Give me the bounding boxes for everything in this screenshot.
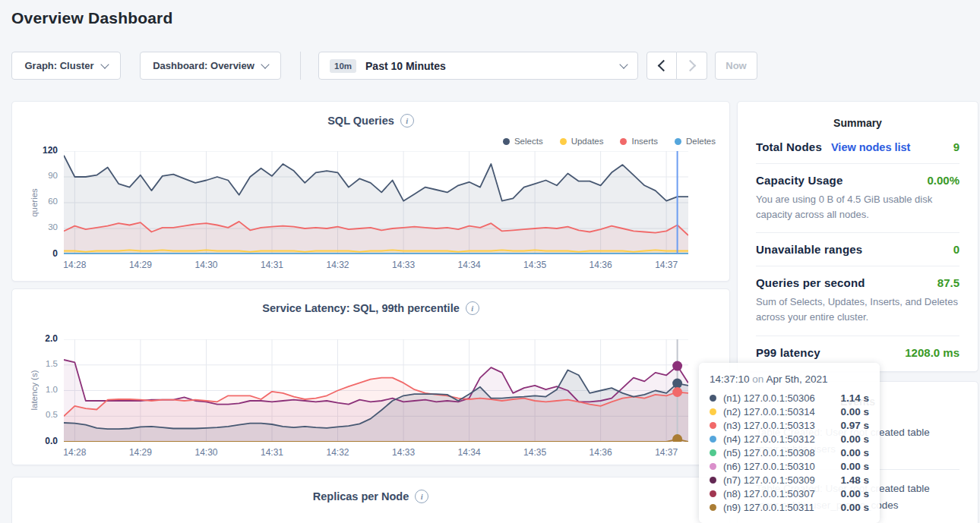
tooltip-node-label: (n5) 127.0.0.1:50308 [723, 447, 815, 458]
tooltip-header: 14:37:10 on Apr 5th, 2021 [710, 373, 869, 385]
x-axis-tick: 14:36 [583, 260, 619, 270]
tooltip-date: Apr 5th, 2021 [766, 373, 827, 385]
summary-value: 1208.0 ms [905, 346, 959, 359]
y-axis-tick: 0.5 [21, 410, 58, 419]
overview-dashboard-page: { "page_title": "Overview Dashboard", "t… [0, 0, 980, 523]
series-dot [710, 490, 716, 497]
summary-row-total-nodes: Total Nodes View nodes list 9 [756, 131, 959, 163]
tooltip-value: 1.48 s [840, 474, 869, 486]
x-axis-tick: 14:32 [320, 447, 356, 458]
x-axis-tick: 14:37 [648, 260, 684, 270]
x-axis-tick: 14:35 [517, 447, 553, 458]
page-title: Overview Dashboard [11, 9, 173, 27]
legend-dot [560, 138, 567, 145]
summary-value: 9 [953, 140, 959, 153]
chevron-right-icon [684, 60, 697, 72]
tooltip-row: (n1) 127.0.0.1:503061.14 s [710, 391, 869, 405]
series-dot [710, 477, 716, 484]
legend: SelectsUpdatesInsertsDeletes [503, 137, 716, 146]
x-axis-tick: 14:32 [320, 260, 356, 270]
summary-value: 87.5 [937, 276, 959, 289]
series-dot [710, 463, 716, 470]
sql-queries-chart[interactable] [64, 151, 688, 254]
tooltip-node-label: (n7) 127.0.0.1:50309 [723, 474, 815, 486]
time-range-badge: 10m [330, 59, 356, 73]
prev-time-button[interactable] [646, 52, 677, 80]
tooltip-row: (n5) 127.0.0.1:503080.00 s [710, 446, 869, 459]
y-axis-tick: 30 [21, 222, 58, 232]
series-dot [710, 504, 716, 511]
tooltip-value: 1.14 s [840, 392, 869, 404]
y-axis-tick: 120 [21, 145, 58, 156]
legend-item-inserts[interactable]: Inserts [620, 137, 658, 146]
x-axis-tick: 14:33 [385, 447, 422, 458]
tooltip-node-label: (n9) 127.0.0.1:50311 [723, 502, 814, 513]
info-icon[interactable]: i [400, 114, 414, 128]
tooltip-value: 0.00 s [840, 406, 869, 417]
tooltip-rows: (n1) 127.0.0.1:503061.14 s(n2) 127.0.0.1… [710, 391, 869, 514]
info-icon[interactable]: i [466, 301, 479, 315]
legend-item-selects[interactable]: Selects [503, 137, 543, 146]
chart-title: Service Latency: SQL, 99th percentile i [12, 301, 729, 315]
chart-title: Replicas per Node i [12, 490, 729, 503]
graph-dropdown-label: Graph: Cluster [24, 60, 93, 71]
legend-label: Selects [514, 137, 543, 146]
summary-description: You are using 0 B of 4.5 GiB usable disk… [756, 192, 959, 222]
legend-label: Inserts [631, 137, 658, 146]
chevron-down-icon [100, 60, 109, 68]
summary-label: P99 latency [756, 346, 820, 359]
x-axis-tick: 14:33 [385, 260, 422, 270]
tooltip-value: 0.00 s [840, 447, 869, 458]
tooltip-value: 0.00 s [840, 502, 869, 513]
summary-title: Summary [756, 117, 959, 129]
tooltip-row: (n4) 127.0.0.1:503120.00 s [710, 432, 869, 446]
x-axis-tick: 14:31 [254, 260, 290, 270]
x-axis-tick: 14:28 [56, 260, 93, 270]
time-step-buttons [646, 52, 707, 80]
summary-row-qps: Queries per second 87.5 Sum of Selects, … [756, 266, 959, 335]
x-axis-tick: 14:34 [451, 260, 488, 270]
view-nodes-link[interactable]: View nodes list [831, 141, 911, 153]
summary-label: Total Nodes [756, 140, 822, 153]
series-dot [710, 436, 716, 443]
x-axis-tick: 14:34 [451, 447, 488, 458]
dashboard-dropdown[interactable]: Dashboard: Overview [140, 52, 281, 80]
time-range-label: Past 10 Minutes [365, 60, 446, 72]
series-dot [710, 449, 716, 456]
now-button[interactable]: Now [715, 52, 757, 80]
replicas-per-node-panel: Replicas per Node i [11, 477, 730, 523]
x-axis-tick: 14:31 [254, 447, 290, 458]
legend-dot [503, 138, 510, 145]
summary-row-capacity: Capacity Usage 0.00% You are using 0 B o… [756, 163, 959, 232]
tooltip-node-label: (n2) 127.0.0.1:50314 [723, 406, 815, 417]
tooltip-node-label: (n1) 127.0.0.1:50306 [723, 392, 815, 404]
toolbar-divider [300, 52, 301, 80]
tooltip-connector: on [752, 373, 763, 385]
graph-dropdown[interactable]: Graph: Cluster [11, 52, 121, 80]
tooltip-value: 0.00 s [840, 433, 869, 445]
tooltip-row: (n8) 127.0.0.1:503070.00 s [710, 487, 869, 500]
dashboard-dropdown-label: Dashboard: Overview [153, 60, 254, 71]
legend-label: Deletes [686, 137, 716, 146]
tooltip-row: (n9) 127.0.0.1:503110.00 s [710, 500, 869, 514]
tooltip-value: 0.00 s [840, 488, 869, 499]
info-icon[interactable]: i [415, 490, 428, 503]
service-latency-chart[interactable] [64, 339, 688, 442]
x-axis-tick: 14:29 [122, 447, 159, 458]
y-axis-tick: 1.0 [21, 385, 58, 394]
legend-item-updates[interactable]: Updates [560, 137, 604, 146]
chart-tooltip: 14:37:10 on Apr 5th, 2021 (n1) 127.0.0.1… [699, 363, 880, 523]
summary-value: 0 [953, 243, 959, 256]
tooltip-row: (n2) 127.0.0.1:503140.00 s [710, 405, 869, 418]
legend-item-deletes[interactable]: Deletes [675, 137, 716, 146]
next-time-button[interactable] [677, 52, 707, 80]
y-axis-tick: 90 [21, 171, 58, 180]
summary-label: Unavailable ranges [756, 243, 862, 256]
legend-dot [675, 138, 681, 145]
tooltip-node-label: (n3) 127.0.0.1:50313 [723, 420, 815, 431]
time-range-picker[interactable]: 10m Past 10 Minutes [318, 52, 638, 80]
tooltip-node-label: (n8) 127.0.0.1:50307 [723, 488, 815, 499]
x-axis-tick: 14:30 [188, 447, 224, 458]
x-axis-tick: 14:30 [188, 260, 224, 270]
y-axis-tick: 1.5 [21, 359, 58, 368]
